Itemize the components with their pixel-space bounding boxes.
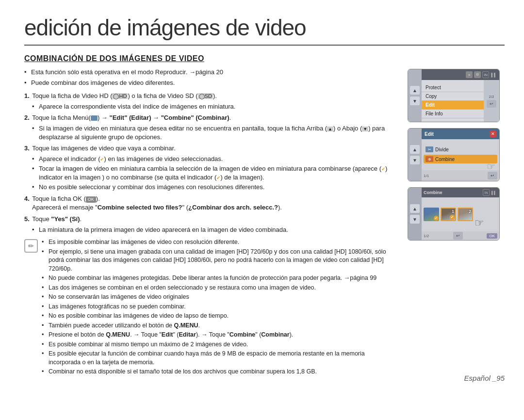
intro-bullets: Esta función sólo está operativa en el m… [24, 68, 398, 88]
note-7: No es posible combinar las imágenes de v… [42, 312, 398, 321]
thumb-3[interactable]: 2 [458, 208, 473, 221]
settings-icon: ⚙ [474, 71, 481, 78]
ui1-menu: Protect Copy Edit File Info 2/2 ↩ [422, 80, 499, 122]
note-1: Es imposible combinar las imágenes de vi… [42, 238, 398, 247]
thumb-1-check: ✔ [434, 216, 439, 221]
step-2: 2. Toque la ficha Menú() → "Edit" (Edita… [24, 113, 398, 142]
ui1-arrow-down[interactable]: ▼ [410, 97, 420, 105]
ui1-nav: ▲ ▼ [408, 69, 422, 122]
intro-bullet-1: Esta función sólo está operativa en el m… [24, 68, 398, 77]
step-5-subs: La miniatura de la primera imagen de vid… [32, 226, 398, 234]
ui3-arrow-up[interactable]: ▲ [410, 204, 420, 213]
ui3-content: Combine IN ▌▌ ✔ [422, 188, 499, 240]
note-list: Es imposible combinar las imágenes de vi… [42, 238, 398, 376]
note-8: También puede acceder utilizando el botó… [42, 322, 398, 330]
step-4: 4. Toque la ficha OK (OK). Aparecerá el … [24, 194, 398, 213]
page-counter-2: 1/1 [424, 174, 429, 178]
divide-icon: ✂ [426, 146, 433, 152]
signal-icon: ▌▌ [491, 71, 497, 78]
ui1-topbar: ≡ ⚙ IN ▌▌ [422, 69, 499, 80]
menu-edit[interactable]: Edit [422, 101, 484, 110]
menu-icon: ≡ [466, 71, 473, 78]
ui3-bottom: 1/2 ↩ OK [422, 231, 499, 240]
note-10: Es posible combinar al mismo tiempo un m… [42, 340, 398, 349]
note-3: No puede combinar las imágenes protegida… [42, 274, 398, 283]
ui2-close[interactable]: ✕ [490, 130, 496, 137]
note-9: Presione el botón de Q.MENU. → Toque "Ed… [42, 331, 398, 339]
step-5: 5. Toque "Yes" (Sí). La miniatura de la … [24, 215, 398, 234]
note-6: Las imágenes fotográficas no se pueden c… [42, 303, 398, 311]
back-btn-2[interactable]: ↩ [488, 172, 497, 179]
page-counter-1: 2/2 [489, 95, 494, 99]
battery-icon: IN [482, 71, 489, 78]
ok-button[interactable]: OK [487, 233, 497, 239]
note-box: ✏ Es imposible combinar las imágenes de … [24, 238, 398, 377]
camera-ui-3: ▲ ▼ Combine IN ▌▌ [408, 187, 500, 241]
ui2-topbar: Edit ✕ [422, 129, 499, 139]
page-container: edición de imágenes de video COMBINACIÓN… [0, 0, 524, 389]
menu-protect[interactable]: Protect [422, 83, 484, 92]
ui2-arrow-down[interactable]: ▼ [410, 156, 420, 164]
combine-icon: ⊕ [426, 156, 433, 162]
opt-combine[interactable]: ⊕ Combine ☞ [424, 155, 497, 163]
step-3: 3. Toque las imágenes de video que vaya … [24, 144, 398, 192]
ui3-topbar: Combine IN ▌▌ [422, 188, 499, 197]
divide-label: Divide [435, 147, 449, 152]
ui2-options: ✂ Divide ⊕ Combine ☞ [422, 139, 499, 170]
camera-ui-2: ▲ ▼ Edit ✕ ✂ Divide [408, 128, 500, 181]
thumb-1[interactable]: ✔ [424, 208, 439, 221]
combine-label: Combine [435, 157, 455, 162]
step-1: 1. Toque la ficha de Video HD (◯HD) o la… [24, 92, 398, 111]
content-area: Esta función sólo está operativa en el m… [24, 68, 505, 379]
menu-fileinfo[interactable]: File Info [422, 110, 484, 118]
thumb-2-num: 1 [452, 209, 454, 214]
ui2-title: Edit [425, 131, 434, 137]
page-title: edición de imágenes de video [24, 15, 505, 46]
page-number: Español _95 [464, 374, 505, 382]
section-title: COMBINACIÓN DE DOS IMÁGENES DE VIDEO [24, 54, 505, 63]
ui3-title: Combine [424, 190, 442, 195]
ui1-content: ≡ ⚙ IN ▌▌ Protect Copy Edit File Info [422, 69, 499, 122]
thumb-3-num: 2 [469, 209, 471, 214]
text-area: Esta función sólo está operativa en el m… [24, 68, 398, 379]
menu-side: 2/2 ↩ [484, 80, 499, 122]
ui3-nav: ▲ ▼ [408, 188, 422, 240]
menu-items: Protect Copy Edit File Info [422, 80, 484, 122]
page-counter-3: 1/2 [424, 234, 429, 238]
note-4: Las dos imágenes se combinan en el orden… [42, 284, 398, 292]
step-1-subs: Aparece la correspondiente vista del índ… [32, 102, 398, 111]
note-12: Combinar no está disponible si el tamaño… [42, 368, 398, 376]
opt-divide[interactable]: ✂ Divide [424, 145, 497, 154]
finger-cursor: ☞ [487, 161, 495, 172]
steps-list: 1. Toque la ficha de Video HD (◯HD) o la… [24, 92, 398, 235]
note-icon: ✏ [24, 239, 38, 253]
note-5: No se conservarán las imágenes de video … [42, 293, 398, 302]
note-content: Es imposible combinar las imágenes de vi… [42, 238, 398, 377]
thumb-finger-cursor: ☞ [475, 217, 484, 229]
note-2: Por ejemplo, si tiene una imagen grabada… [42, 248, 398, 274]
ui2-arrow-up[interactable]: ▲ [410, 145, 420, 154]
ui3-thumbnails: ✔ ✔ 1 2 ☞ [422, 197, 499, 231]
cam-screen-1: ▲ ▼ ≡ ⚙ IN ▌▌ Protect Co [408, 69, 499, 122]
step-2-subs: Si la imagen de video en miniatura que d… [32, 124, 398, 142]
ui1-arrow-up[interactable]: ▲ [410, 86, 420, 95]
ui2-nav: ▲ ▼ [408, 129, 422, 181]
intro-bullet-2: Puede combinar dos imágenes de video dif… [24, 79, 398, 88]
camera-ui-1: ▲ ▼ ≡ ⚙ IN ▌▌ Protect Co [408, 69, 500, 122]
thumb-2[interactable]: ✔ 1 [441, 208, 456, 221]
ui2-content: Edit ✕ ✂ Divide ⊕ Combine ☞ [422, 129, 499, 181]
back-btn-3[interactable]: ↩ [453, 232, 463, 240]
menu-copy[interactable]: Copy [422, 92, 484, 101]
sidebar: ▲ ▼ ≡ ⚙ IN ▌▌ Protect Co [408, 68, 505, 379]
note-11: Es posible ejecutar la función de combin… [42, 350, 398, 367]
back-btn-1[interactable]: ↩ [487, 100, 496, 108]
ui3-arrow-down[interactable]: ▼ [410, 215, 420, 224]
thumb-2-check: ✔ [450, 215, 455, 220]
step-3-subs: Aparece el indicador (✔) en las imágenes… [32, 155, 398, 192]
cam-screen-2: ▲ ▼ Edit ✕ ✂ Divide [408, 129, 499, 181]
ui3-topbar-right: IN ▌▌ [483, 189, 497, 196]
cam-screen-3: ▲ ▼ Combine IN ▌▌ [408, 188, 499, 240]
ui3-battery: IN [483, 189, 490, 196]
ui3-signal: ▌▌ [491, 189, 497, 196]
